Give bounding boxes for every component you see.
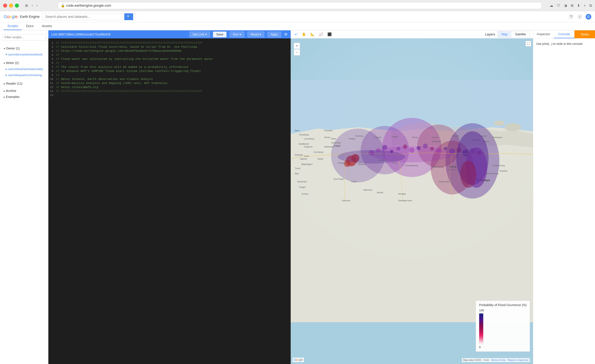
code-line: 1// ////////////////////////////////////…	[48, 41, 291, 45]
svg-text:Djodjogan: Djodjogan	[295, 154, 303, 156]
map-legend: Probability of Flood Ocurrence (%) 100 0	[476, 301, 530, 352]
reset-button[interactable]: Reset ▾	[248, 31, 264, 37]
svg-text:Pakaan-daja: Pakaan-daja	[439, 181, 449, 183]
console-write-text: write to this console.	[557, 42, 583, 45]
code-header: Link 08f671f8be1190b61a1a6175caf5b429 Ge…	[48, 30, 291, 38]
line-content: // Vulnerability Analysis and Mapping (V…	[56, 82, 291, 85]
map-tool-hand[interactable]: ✋	[301, 31, 307, 37]
tab-console[interactable]: Console	[554, 30, 574, 38]
line-content: // The result from this analysis will be…	[56, 65, 291, 69]
map-attribution: Map data ©2021 5 km Terms of Use Report …	[462, 358, 530, 362]
svg-text:Bendijng: Bendijng	[398, 193, 406, 195]
profile-icon[interactable]: B	[586, 14, 591, 20]
line-number: 13	[48, 89, 56, 93]
svg-text:Lemanbang: Lemanbang	[304, 138, 314, 140]
svg-text:Batoe Porong: Batoe Porong	[432, 166, 444, 168]
code-line: 2// Calculate historical flood occurrenc…	[48, 45, 291, 49]
tab-inspector[interactable]: Inspector	[533, 30, 554, 38]
line-number: 12	[48, 85, 56, 89]
sidebar-writer-kaspar[interactable]: ▸ users/kasparhurni/sharing	[0, 72, 48, 78]
map-type-satellite[interactable]: Satellite	[511, 31, 530, 37]
scale-text: 5 km	[484, 359, 489, 361]
zoom-out-button[interactable]: −	[294, 49, 300, 55]
code-editor[interactable]: 1// ////////////////////////////////////…	[48, 38, 291, 364]
tab-scripts[interactable]: Scripts	[4, 22, 21, 30]
svg-text:Karanq: Karanq	[432, 136, 438, 138]
run-button[interactable]: Run ▾	[230, 31, 244, 37]
svg-text:Pajaman: Pajaman	[374, 136, 382, 138]
tab-tasks[interactable]: Tasks	[574, 30, 595, 38]
settings-icon[interactable]: ⚙	[284, 32, 288, 37]
map-type-map[interactable]: Map	[498, 31, 511, 37]
code-line: 3// https://code.earthengine.google.com/…	[48, 49, 291, 53]
save-button[interactable]: Save	[213, 32, 227, 37]
legend-max-label: 100	[479, 309, 484, 312]
svg-text:Badad: Badad	[318, 158, 323, 160]
right-panel: Inspector Console Tasks Use print(...) t…	[533, 30, 595, 364]
url-text: code.earthengine.google.com	[66, 4, 111, 7]
info-icon[interactable]: i	[577, 14, 583, 20]
code-line: 8// to enhance WFP's VAMPIRE flood alert…	[48, 69, 291, 73]
sidebar-examples[interactable]: ▸Examples	[0, 94, 48, 100]
tab-docs[interactable]: Docs	[22, 22, 37, 30]
sidebar-owner-header[interactable]: ▾Owner (1)	[0, 45, 48, 51]
svg-text:Tambelan: Tambelan	[499, 170, 508, 172]
close-dot[interactable]	[3, 4, 7, 7]
line-number: 5	[48, 57, 56, 61]
svg-text:Boeboelam: Boeboelam	[297, 181, 307, 183]
svg-text:Kepoh: Kepoh	[351, 181, 357, 183]
sidebar-writer-drewhart[interactable]: ▸ users/drewhart/seasonality	[0, 66, 48, 72]
code-line: 12// benny.istanto@wfp.org	[48, 85, 291, 89]
sidebar-writer-header[interactable]: ▾Writer (2)	[0, 60, 48, 66]
new-button[interactable]: NEW ▾	[47, 32, 48, 42]
apps-button[interactable]: Apps	[267, 32, 281, 37]
map-data-text: Map data ©2021	[463, 359, 482, 361]
report-link[interactable]: Report a map error	[508, 359, 529, 361]
nav-back-icon[interactable]: ‹	[32, 4, 33, 7]
search-bar[interactable]: 🔍	[43, 13, 136, 20]
legend-min-label: 0	[479, 346, 484, 349]
url-bar[interactable]: 🔒 code.earthengine.google.com	[58, 2, 542, 9]
cloud-icon: ☁	[550, 4, 553, 7]
search-input[interactable]	[45, 15, 123, 19]
sidebar-archive[interactable]: ▸Archive	[0, 88, 48, 94]
nav-forward-icon[interactable]: ›	[36, 4, 37, 7]
extensions-icon[interactable]: ⊞	[571, 4, 574, 7]
line-number: 6	[48, 61, 56, 65]
google-bottom-logo: Google	[292, 358, 304, 362]
title-bar-right-icons: ☁ 🛡 ◑ ⊞ ⬇ + ⧉	[550, 4, 592, 7]
map-tool-draw[interactable]: ⬛	[326, 31, 333, 37]
svg-text:Singaham: Singaham	[304, 146, 313, 148]
line-content: //	[56, 61, 291, 65]
sidebar-owner-default[interactable]: ▾ users/bennyistanto/default	[0, 51, 48, 57]
tab-assets[interactable]: Assets	[38, 22, 56, 30]
terms-link[interactable]: Terms of Use	[491, 359, 506, 361]
code-line: 7// The result from this analysis will b…	[48, 65, 291, 69]
download-icon[interactable]: ⬇	[577, 4, 580, 7]
expand-map-button[interactable]: ⛶	[525, 41, 531, 47]
gee-topbar: Google Earth Engine 🔍 ? i B	[0, 11, 595, 22]
maximize-dot[interactable]	[15, 4, 19, 7]
sidebar-reader-header[interactable]: ▸Reader (11)	[0, 81, 48, 87]
tabs-icon[interactable]: ⧉	[589, 4, 592, 7]
get-link-button[interactable]: Get Link ▾	[190, 31, 210, 37]
new-tab-icon[interactable]: +	[584, 4, 586, 7]
line-number: 11	[48, 82, 56, 85]
svg-text:Bulu Plapak: Bulu Plapak	[334, 178, 344, 180]
help-icon[interactable]: ?	[568, 14, 574, 20]
svg-text:Klampis: Klampis	[452, 135, 459, 137]
map-tool-pan[interactable]: ↩	[294, 31, 298, 37]
minimize-dot[interactable]	[9, 4, 13, 7]
svg-text:Semanding: Semanding	[331, 142, 340, 144]
main-content: NEW ▾ ↻ ▾Owner (1) ▾ users/bennyistanto/…	[0, 30, 595, 364]
zoom-in-button[interactable]: +	[294, 43, 300, 49]
map-tool-chart[interactable]: 📈	[318, 31, 324, 37]
filter-scripts-input[interactable]	[2, 34, 46, 41]
search-button[interactable]: 🔍	[124, 13, 133, 20]
svg-point-28	[494, 121, 505, 126]
window-controls	[3, 4, 19, 7]
svg-text:Sumurgung: Sumurgung	[314, 151, 323, 153]
svg-text:Tambakbaja: Tambakbaja	[299, 134, 309, 136]
map-tool-measure[interactable]: 📐	[309, 31, 315, 37]
sidebar-toggle-icon[interactable]: ⊞	[25, 4, 28, 7]
